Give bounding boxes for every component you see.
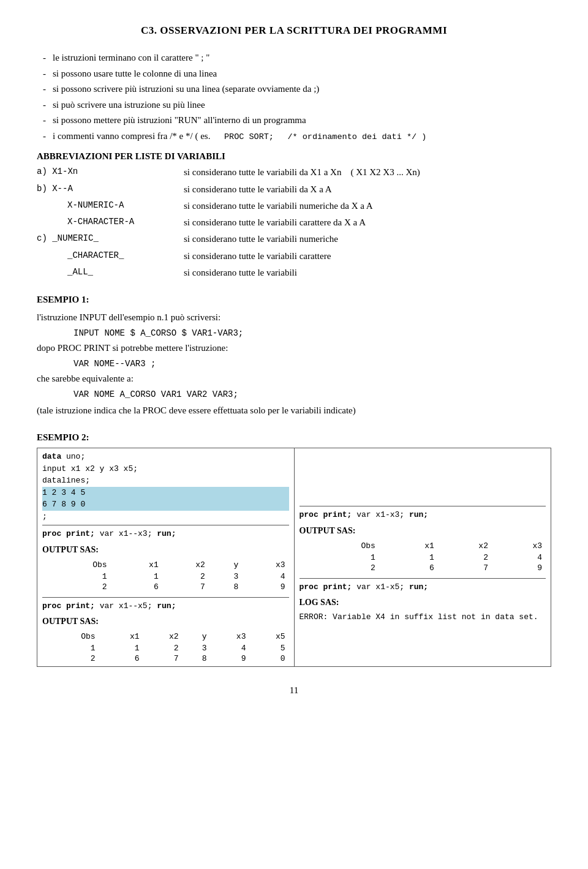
right-proc2-block: proc print; var x1-x5; run; LOG SAS: ERR… [300,578,546,622]
proc-sort-text: PROC SORT; [224,132,274,141]
esempio1-code2: VAR NOME--VAR3 ; [74,359,551,369]
table-row: 2679 [300,563,546,573]
table-row: 11234 [42,571,289,582]
abbrev-row-all: _ALL_ si considerano tutte le variabili [37,266,551,280]
abbrev-desc-b: si considerano tutte le variabili da X a… [184,182,551,197]
table-row: 267890 [42,653,289,664]
left-output1-label: OUTPUT SAS: [42,545,289,555]
bullet-4: si può scrivere una istruzione su più li… [43,97,551,113]
left-proc2-code: proc print; var x1--x5; run; [42,600,289,612]
right-output1-table: Obs x1 x2 x3 1124 2679 [300,541,546,573]
table-row: 112345 [42,643,289,653]
abbrev-row-character: _CHARACTER_ si considerano tutte le vari… [37,249,551,263]
col-y: y [209,560,243,570]
right-proc1-code: proc print; var x1-x3; run; [300,509,546,521]
esempio1-code3: VAR NOME A_CORSO VAR1 VAR2 VAR3; [74,389,551,399]
abbrev-desc-c: si considerano tutte le variabili numeri… [184,232,551,246]
right-proc1-block: proc print; var x1-x3; run; OUTPUT SAS: … [300,506,546,573]
abbrev-desc-all: si considerano tutte le variabili [184,266,551,280]
bullet-2: si possono usare tutte le colonne di una… [43,66,551,82]
bullet-6: i commenti vanno compresi fra /* e */ ( … [43,129,551,145]
intro-bullets: le istruzioni terminano con il carattere… [43,50,551,144]
esempio2-title: ESEMPIO 2: [37,432,551,443]
page-title: C3. OSSERVAZIONI PER LA SCRITTURA DEI PR… [37,24,551,37]
left-proc1-block: proc print; var x1--x3; run; OUTPUT SAS:… [42,525,289,592]
esempio1-section: ESEMPIO 1: l'istruzione INPUT dell'esemp… [37,295,551,418]
abbrev-label-a: a) X1-Xn [37,165,184,179]
esempio2-right-col: proc print; var x1-x3; run; OUTPUT SAS: … [295,448,551,666]
page-number: 11 [37,685,551,696]
right-proc2-code: proc print; var x1-x5; run; [300,581,546,593]
esempio1-line2: dopo PROC PRINT si potrebbe mettere l'is… [37,340,551,355]
abbrev-label-character: _CHARACTER_ [37,249,184,263]
abbrev-section: ABBREVIAZIONI PER LISTE DI VARIABILI a) … [37,151,551,280]
abbrev-row-b: b) X--A si considerano tutte le variabil… [37,182,551,197]
abbrev-label-all: _ALL_ [37,266,184,280]
bullet-3: si possono scrivere più istruzioni su un… [43,81,551,97]
abbrev-row-xnumeric: X-NUMERIC-A si considerano tutte le vari… [37,199,551,213]
abbrev-label-c: c) _NUMERIC_ [37,232,184,246]
right-error-text: ERROR: Variable X4 in suffix list not in… [300,612,546,622]
bullet-1: le istruzioni terminano con il carattere… [43,50,551,66]
abbrev-title: ABBREVIAZIONI PER LISTE DI VARIABILI [37,151,551,162]
left-proc2-block: proc print; var x1--x5; run; OUTPUT SAS:… [42,597,289,664]
left-output2-table: Obs x1 x2 y x3 x5 112345 267890 [42,631,289,664]
left-proc1-code: proc print; var x1--x3; run; [42,528,289,540]
table-row: 26789 [42,582,289,592]
col-x1: x1 [116,560,162,570]
left-output2-label: OUTPUT SAS: [42,617,289,626]
abbrev-row-a: a) X1-Xn si considerano tutte le variabi… [37,165,551,179]
abbrev-desc-character: si considerano tutte le variabili caratt… [184,249,551,263]
esempio2-left-col: data uno; input x1 x2 y x3 x5; datalines… [37,448,295,666]
esempio1-line4: (tale istruzione indica che la PROC deve… [37,403,551,418]
col-x2: x2 [162,560,209,570]
abbrev-row-c: c) _NUMERIC_ si considerano tutte le var… [37,232,551,246]
abbrev-label-xnumeric: X-NUMERIC-A [37,199,184,213]
abbrev-desc-xcharacter: si considerano tutte le variabili caratt… [184,216,551,230]
esempio1-line3: che sarebbe equivalente a: [37,371,551,386]
right-output2-label: LOG SAS: [300,598,546,608]
abbrev-desc-a: si considerano tutte le variabili da X1 … [184,165,551,179]
esempio1-code1: INPUT NOME $ A_CORSO $ VAR1-VAR3; [74,328,551,338]
esempio2-section: ESEMPIO 2: data uno; input x1 x2 y x3 x5… [37,432,551,667]
left-output1-table: Obs x1 x2 y x3 11234 26789 [42,560,289,592]
bullet-5: si possono mettere più istruzioni "RUN" … [43,113,551,129]
abbrev-row-xcharacter: X-CHARACTER-A si considerano tutte le va… [37,216,551,230]
right-spacer [300,451,546,506]
esempio1-title: ESEMPIO 1: [37,295,551,305]
col-x3: x3 [242,560,288,570]
abbrev-desc-xnumeric: si considerano tutte le variabili numeri… [184,199,551,213]
esempio2-table: data uno; input x1 x2 y x3 x5; datalines… [37,448,551,667]
left-data-code: data uno; input x1 x2 y x3 x5; datalines… [42,451,289,522]
abbrev-label-b: b) X--A [37,182,184,197]
esempio1-line1: l'istruzione INPUT dell'esempio n.1 può … [37,310,551,325]
table-row: 1124 [300,552,546,563]
right-output1-label: OUTPUT SAS: [300,526,546,536]
col-obs: Obs [42,560,116,570]
abbrev-label-xcharacter: X-CHARACTER-A [37,216,184,230]
proc-sort-comment: /* ordinamento dei dati */ ) [287,132,426,141]
